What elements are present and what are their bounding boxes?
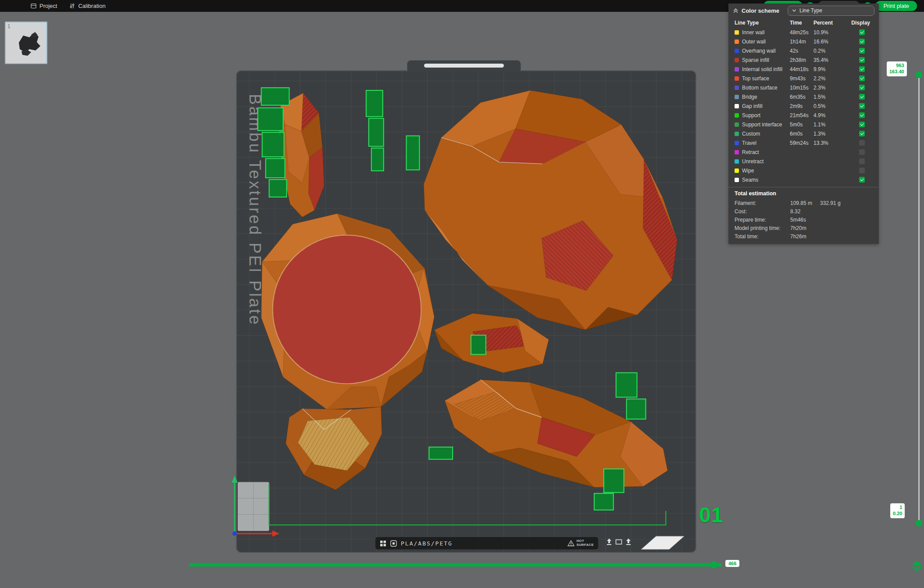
warning-line2: SURFACE (577, 543, 594, 547)
display-checkbox[interactable] (859, 168, 865, 173)
print-plate-button[interactable]: Print plate (875, 1, 917, 11)
lift-up-icon (625, 538, 631, 545)
line-type-time: 1h14m (790, 39, 813, 45)
menu-calibration[interactable]: Calibration (63, 0, 111, 12)
line-type-label: Sparse infill (742, 57, 790, 63)
totals-rows: Filament:109.85 m332.91 gCost:8.32Prepar… (728, 199, 879, 240)
view-mode-value: Line Type (799, 7, 822, 14)
model-tail-left (286, 407, 382, 490)
line-type-row: Gap infill2m9s0.5% (728, 101, 879, 111)
total-row: Filament:109.85 m332.91 g (728, 199, 879, 207)
display-checkbox[interactable] (859, 57, 865, 63)
plate-number-label: 01 (699, 503, 723, 527)
plate-thumbnail[interactable]: 1 (5, 22, 47, 64)
plate-handle-slot (424, 64, 504, 68)
line-type-color-swatch (735, 30, 739, 35)
total-row: Prepare time:5m46s (728, 215, 879, 224)
total-label: Filament: (735, 200, 790, 206)
line-type-color-swatch (735, 39, 739, 44)
display-checkbox[interactable] (859, 149, 865, 155)
display-checkbox[interactable] (859, 85, 865, 90)
calibration-icon (69, 3, 75, 9)
line-type-row: Custom6m0s1.3% (728, 129, 879, 138)
line-type-row: Overhang wall42s0.2% (728, 46, 879, 55)
total-value-2: 332.91 g (820, 200, 841, 206)
total-label: Model printing time: (735, 225, 790, 231)
line-type-color-swatch (735, 159, 739, 164)
layer-top-value: 963 (896, 63, 904, 69)
display-checkbox[interactable] (859, 103, 865, 109)
line-type-label: Support (742, 112, 790, 118)
line-type-row: Bottom surface10m15s2.3% (728, 83, 879, 92)
total-row: Cost:8.32 (728, 207, 879, 215)
display-checkbox[interactable] (859, 122, 865, 127)
total-value: 109.85 m (790, 200, 820, 206)
origin-dot (232, 531, 237, 536)
sliced-model-preview (237, 71, 696, 552)
display-checkbox[interactable] (859, 48, 865, 54)
plate-label-bar: PLA/ABS/PETG HOT SURFACE (375, 537, 598, 549)
line-type-row: Bridge6m35s1.5% (728, 92, 879, 101)
display-checkbox[interactable] (859, 39, 865, 44)
line-type-label: Bottom surface (742, 85, 790, 91)
y-axis-arrow (232, 476, 238, 483)
display-checkbox[interactable] (859, 75, 865, 81)
display-checkbox[interactable] (859, 177, 865, 183)
axis-indicator (221, 470, 296, 541)
line-type-percent: 13.3% (813, 140, 841, 146)
line-type-label: Unretract (742, 158, 790, 165)
line-type-percent: 1.3% (813, 131, 841, 137)
layer-range-slider[interactable] (915, 72, 923, 527)
display-checkbox[interactable] (859, 131, 865, 136)
step-slider-handle[interactable] (710, 561, 717, 568)
step-slider[interactable] (189, 563, 722, 566)
line-type-time: 9m43s (790, 75, 813, 82)
line-type-percent: 4.9% (813, 112, 841, 118)
total-label: Total time: (735, 233, 790, 240)
line-type-time: 59m24s (790, 140, 813, 146)
display-checkbox[interactable] (859, 112, 865, 118)
layers-view-button[interactable] (912, 560, 922, 571)
display-checkbox[interactable] (859, 140, 865, 146)
material-compatibility-label: PLA/ABS/PETG (401, 540, 453, 547)
layer-top-height: 163.40 (889, 69, 904, 75)
line-type-time: 6m35s (790, 94, 813, 100)
column-percent: Percent (813, 20, 841, 26)
total-estimation-title: Total estimation (728, 187, 879, 199)
collapse-icon[interactable] (733, 8, 738, 14)
line-type-color-swatch (735, 49, 739, 53)
layer-slider-track[interactable] (918, 75, 920, 523)
view-mode-dropdown[interactable]: Line Type (788, 6, 874, 16)
line-type-percent: 2.2% (813, 75, 841, 82)
total-value: 8.32 (790, 208, 820, 215)
display-checkbox[interactable] (859, 158, 865, 164)
display-checkbox[interactable] (859, 66, 865, 72)
color-scheme-panel: Color scheme Line Type Line Type Time Pe… (728, 4, 879, 244)
line-type-percent: 1.1% (813, 122, 841, 128)
line-type-color-swatch (735, 169, 739, 173)
line-type-row: Travel59m24s13.3% (728, 138, 879, 147)
line-type-time: 10m15s (790, 85, 813, 91)
hot-surface-warning: HOT SURFACE (567, 539, 594, 547)
display-checkbox[interactable] (859, 29, 865, 35)
line-type-row: Wipe (728, 166, 879, 175)
line-type-color-swatch (735, 95, 739, 99)
line-type-time: 2m9s (790, 103, 813, 109)
line-type-label: Outer wall (742, 39, 790, 45)
layer-bottom-height: 0.20 (893, 511, 902, 517)
line-type-time: 48m25s (790, 29, 813, 36)
model-neck-left (279, 93, 325, 217)
line-type-label: Overhang wall (742, 48, 790, 54)
layer-slider-bottom-handle[interactable] (916, 520, 922, 527)
line-type-color-swatch (735, 86, 739, 90)
menu-project[interactable]: Project (25, 0, 63, 12)
line-type-color-swatch (735, 150, 739, 154)
x-axis-arrow (272, 531, 279, 537)
warning-triangle-icon (567, 540, 574, 546)
line-type-row: Support21m54s4.9% (728, 111, 879, 120)
layer-slider-top-handle[interactable] (916, 72, 922, 78)
line-type-time: 2h38m (790, 57, 813, 63)
display-checkbox[interactable] (859, 94, 865, 100)
line-type-row: Internal solid infill44m18s9.9% (728, 65, 879, 74)
step-slider-track[interactable] (189, 563, 722, 566)
